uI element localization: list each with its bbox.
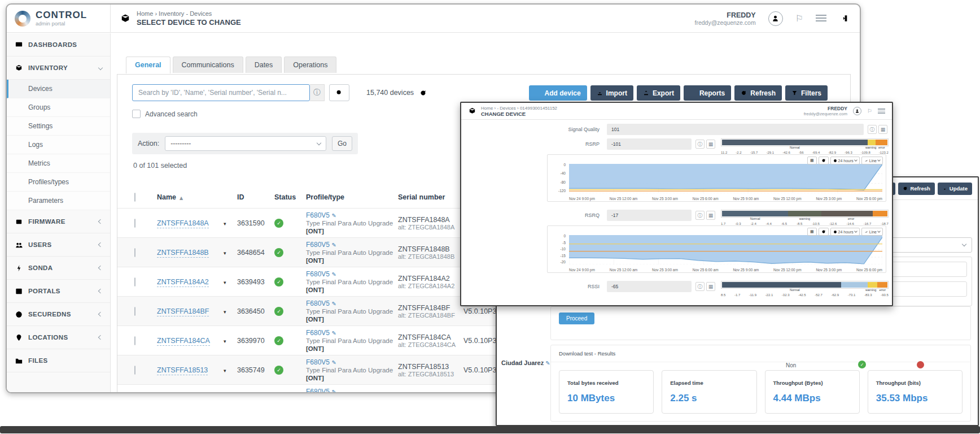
header-id[interactable]: ID [237,193,274,201]
row-dropdown-caret[interactable]: ▾ [224,338,226,344]
search-button[interactable] [329,84,349,101]
sidebar-item[interactable]: INVENTORY [7,57,110,80]
chart-refresh-button[interactable] [819,228,829,236]
grid-icon[interactable]: ▦ [706,211,715,220]
device-name-link[interactable]: ZNTSFFA1848A [157,219,209,228]
row-dropdown-caret[interactable]: ▾ [224,250,226,256]
row-checkbox[interactable] [134,366,135,375]
toolbar-button[interactable]: Filters [785,85,828,101]
row-checkbox[interactable] [134,219,135,228]
row-dropdown-caret[interactable]: ▾ [224,309,226,315]
toolbar-button[interactable]: Refresh [734,85,782,101]
info-icon[interactable]: ⓘ [695,282,705,291]
grid-button[interactable]: ▦ [807,228,817,236]
row-checkbox[interactable] [134,336,135,345]
device-name-link[interactable]: ZNTSFFA18513 [157,366,208,375]
row-dropdown-caret[interactable]: ▾ [224,280,226,285]
edit-icon[interactable]: ✎ [332,271,336,277]
breadcrumb[interactable]: Home › Inventory - Devices [137,10,241,17]
advanced-search-checkbox[interactable] [132,110,141,118]
menu-icon[interactable] [816,15,826,23]
grid-icon[interactable]: ▦ [706,282,715,291]
profile-link[interactable]: F680V5 [306,270,330,278]
sidebar-item[interactable]: Devices [7,80,110,98]
sidebar-item[interactable]: SECUREDNS [7,303,110,326]
sidebar-item[interactable]: Groups [7,98,110,117]
menu-icon[interactable] [878,108,885,114]
sidebar-item[interactable]: Settings [7,117,110,136]
flag-icon[interactable]: ⚐ [795,13,803,24]
sidebar-item[interactable]: PORTALS [7,280,110,303]
edit-icon[interactable]: ✎ [545,360,550,366]
toolbar-button[interactable]: Reports [684,85,731,101]
profile-link[interactable]: F680V5 [306,388,330,392]
sidebar-item[interactable]: Metrics [7,154,110,173]
device-name-link[interactable]: ZNTSFFA1848B [157,249,209,258]
sidebar-item[interactable]: FILES [7,349,110,372]
header-name[interactable]: Name▲ [157,193,224,201]
tab[interactable]: Communications [173,57,243,73]
logout-icon[interactable] [839,14,848,23]
row-dropdown-caret[interactable]: ▾ [224,221,226,227]
edit-icon[interactable]: ✎ [332,330,336,336]
range-dropdown[interactable]: 24 hours [830,157,860,164]
device-name-link[interactable]: ZNTSFFA184CA [157,337,210,346]
info-icon[interactable]: ⓘ [695,140,705,149]
profile-link[interactable]: F680V5 [306,329,330,337]
grid-icon[interactable]: ▦ [878,125,887,134]
sidebar-item[interactable]: Profiles/types [7,173,110,192]
tab[interactable]: Operations [284,57,336,73]
grid-button[interactable]: ▦ [807,157,817,164]
range-dropdown[interactable]: 24 hours [830,228,860,236]
rssi-input[interactable]: -65 [607,281,692,292]
header-status[interactable]: Status [274,193,306,201]
toolbar-button[interactable]: Add device [529,85,587,101]
tab[interactable]: Dates [246,57,282,73]
sidebar-item[interactable]: USERS [7,233,110,257]
avatar-icon[interactable] [853,107,861,115]
edit-icon[interactable]: ✎ [332,242,336,248]
profile-link[interactable]: F680V5 [306,241,330,249]
header-profile[interactable]: Profile/type [306,193,398,201]
chart-type-dropdown[interactable]: Line [861,157,883,164]
edit-icon[interactable]: ✎ [332,301,336,307]
device-name-link[interactable]: ZNTSFFA184BF [157,307,209,316]
avatar-icon[interactable] [768,11,783,26]
tab[interactable]: General [126,57,170,73]
flag-icon[interactable]: ⚐ [867,108,872,114]
header-serial[interactable]: Serial number [398,193,463,201]
sidebar-item[interactable]: LOCATIONS [7,326,110,349]
edit-icon[interactable]: ✎ [332,389,336,392]
row-dropdown-caret[interactable]: ▾ [224,368,226,374]
user-block[interactable]: FREDDY freddy@zequenze.com [695,11,756,26]
chart-refresh-button[interactable] [819,157,829,164]
info-icon[interactable]: ⓘ [310,84,325,101]
logo[interactable]: CONTROL admin portal [7,5,111,32]
results-toolbar-button[interactable]: Update [938,183,972,195]
count-refresh-icon[interactable] [419,89,427,97]
chart-type-dropdown[interactable]: Line [861,228,883,236]
go-button[interactable]: Go [332,136,352,151]
info-icon[interactable]: ⓘ [695,211,705,220]
sidebar-item[interactable]: Logs [7,136,110,154]
select-all-checkbox[interactable] [134,193,135,202]
breadcrumb[interactable]: Home › - Devices › 014993001451152 [481,106,557,111]
proceed-button[interactable]: Proceed [559,313,594,324]
results-toolbar-button[interactable]: Refresh [898,183,934,195]
device-name-link[interactable]: ZNTSFFA184A2 [157,278,209,287]
edit-icon[interactable]: ✎ [332,212,336,219]
row-checkbox[interactable] [134,277,135,287]
row-checkbox[interactable] [134,307,135,316]
grid-icon[interactable]: ▦ [706,140,715,149]
search-input[interactable] [132,84,310,101]
sidebar-item[interactable]: SONDA [7,257,110,280]
sidebar-item[interactable]: DASHBOARDS [7,33,110,57]
rsrp-input[interactable]: -101 [607,138,692,150]
profile-link[interactable]: F680V5 [306,300,330,307]
toolbar-button[interactable]: Export [637,85,680,101]
info-icon[interactable]: ⓘ [868,125,877,134]
profile-link[interactable]: F680V5 [306,211,330,219]
sidebar-item[interactable]: FIRMWARE [7,210,110,233]
sidebar-item[interactable]: Parameters [7,192,110,210]
row-checkbox[interactable] [134,248,135,257]
